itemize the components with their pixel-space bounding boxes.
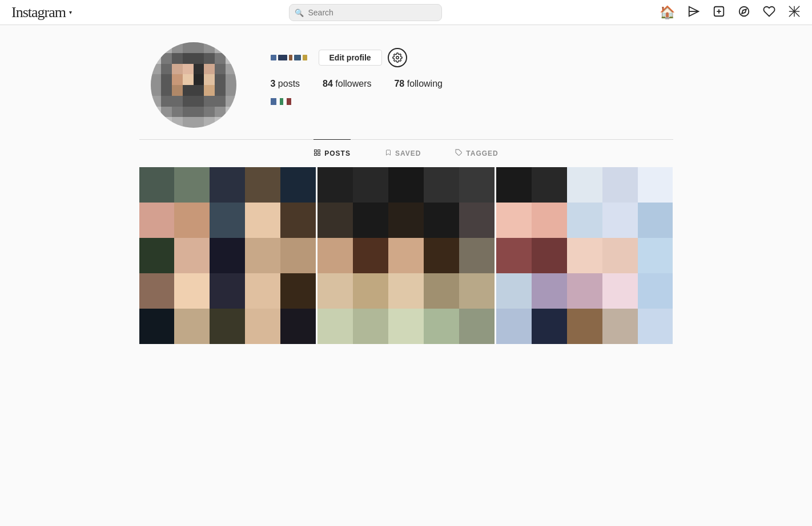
tagged-tab-label: TAGGED xyxy=(466,149,498,157)
search-container: 🔍 xyxy=(289,4,442,21)
heart-icon[interactable] xyxy=(763,5,775,20)
bio-area xyxy=(271,98,662,105)
following-count: 78 xyxy=(394,79,404,88)
username-icon-1 xyxy=(271,55,276,60)
posts-tab-icon xyxy=(313,149,321,158)
following-stat[interactable]: 78 following xyxy=(394,79,443,89)
svg-point-5 xyxy=(739,6,749,16)
saved-tab-label: SAVED xyxy=(395,149,421,157)
tab-tagged[interactable]: TAGGED xyxy=(455,139,498,167)
followers-count: 84 xyxy=(323,79,333,88)
logo-area: Instagram ▾ xyxy=(11,4,72,21)
settings-button[interactable] xyxy=(388,48,407,67)
svg-rect-12 xyxy=(315,150,317,152)
posts-label: posts xyxy=(275,79,300,88)
tagged-tab-icon xyxy=(455,149,463,158)
username-icon-2 xyxy=(278,55,287,60)
username-icon-3 xyxy=(289,55,292,60)
svg-point-11 xyxy=(396,56,399,59)
svg-rect-14 xyxy=(315,153,317,156)
profile-actions: Edit profile xyxy=(271,48,662,67)
edit-profile-button[interactable]: Edit profile xyxy=(319,50,382,66)
svg-rect-15 xyxy=(318,153,320,156)
posts-stat[interactable]: 3 posts xyxy=(271,79,300,89)
posts-grid xyxy=(139,167,673,355)
home-icon[interactable]: 🏠 xyxy=(660,6,675,19)
search-input[interactable] xyxy=(289,4,442,21)
profile-section: Edit profile 3 posts 84 followers 78 xyxy=(139,25,673,139)
username-icon-4 xyxy=(294,55,301,60)
bio-icon-3 xyxy=(287,98,291,105)
post-3[interactable] xyxy=(496,167,673,344)
svg-marker-6 xyxy=(742,9,746,14)
saved-tab-icon xyxy=(385,149,392,158)
tab-posts[interactable]: POSTS xyxy=(313,139,351,167)
send-icon[interactable] xyxy=(688,5,700,20)
main-content: Edit profile 3 posts 84 followers 78 xyxy=(0,0,812,526)
explore-icon[interactable] xyxy=(738,5,750,20)
followers-label: followers xyxy=(333,79,372,88)
header-nav: 🏠 xyxy=(660,5,801,20)
logo-chevron[interactable]: ▾ xyxy=(69,9,72,15)
following-label: following xyxy=(404,79,443,88)
avatar xyxy=(151,42,236,128)
search-icon: 🔍 xyxy=(295,8,304,17)
tab-saved[interactable]: SAVED xyxy=(385,139,421,167)
post-1[interactable] xyxy=(139,167,316,344)
post-2[interactable] xyxy=(317,167,495,344)
profile-info: Edit profile 3 posts 84 followers 78 xyxy=(271,42,662,105)
cross-icon[interactable] xyxy=(788,5,801,20)
posts-tab-label: POSTS xyxy=(324,149,351,157)
username-icon-5 xyxy=(303,55,307,60)
instagram-logo: Instagram xyxy=(11,4,66,21)
svg-rect-13 xyxy=(318,150,320,152)
bio-icon-1 xyxy=(271,98,276,105)
tabs-container: POSTS SAVED TAGGED xyxy=(139,140,673,167)
followers-stat[interactable]: 84 followers xyxy=(323,79,371,89)
stats-row: 3 posts 84 followers 78 following xyxy=(271,79,662,89)
add-icon[interactable] xyxy=(713,5,725,20)
bio-icon-2 xyxy=(280,98,283,105)
main-header: Instagram ▾ 🔍 🏠 xyxy=(0,0,812,25)
